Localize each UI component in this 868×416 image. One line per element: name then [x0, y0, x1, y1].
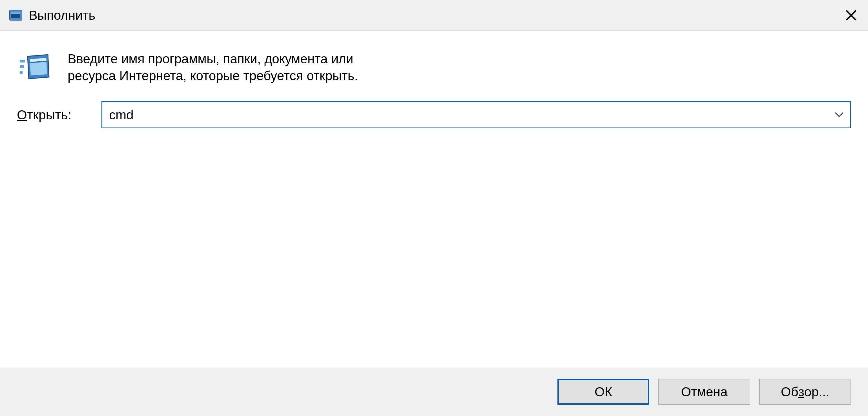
description-text: Введите имя программы, папки, документа … — [68, 51, 389, 84]
button-row: ОК Отмена Обзор... — [0, 368, 868, 416]
dialog-content: Введите имя программы, папки, документа … — [0, 31, 868, 368]
open-combobox[interactable] — [101, 101, 851, 128]
ok-button[interactable]: ОК — [557, 379, 649, 405]
browse-button[interactable]: Обзор... — [759, 379, 851, 405]
svg-rect-2 — [11, 12, 20, 14]
close-icon — [845, 9, 857, 21]
run-icon-small — [8, 8, 23, 22]
description-row: Введите имя программы, папки, документа … — [17, 51, 851, 84]
cancel-button[interactable]: Отмена — [658, 379, 750, 405]
run-dialog: Выполнить Введите имя программы — [0, 0, 868, 416]
titlebar: Выполнить — [0, 0, 868, 31]
open-label: Открыть: — [17, 107, 101, 123]
open-row: Открыть: — [17, 101, 851, 128]
dialog-title: Выполнить — [29, 8, 843, 23]
close-button[interactable] — [843, 7, 860, 24]
run-icon — [20, 54, 51, 81]
open-input[interactable] — [101, 101, 851, 128]
